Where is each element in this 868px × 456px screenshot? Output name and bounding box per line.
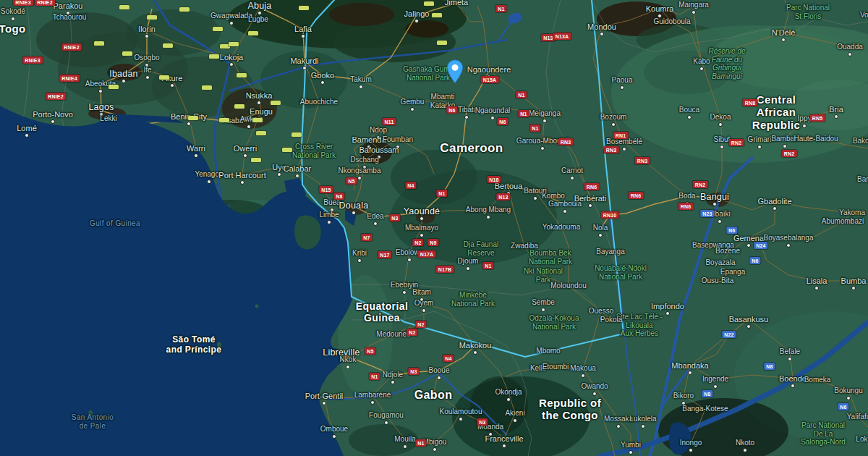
city-label[interactable]: Nola [593, 224, 608, 232]
city-label[interactable]: Osogbo [134, 54, 159, 62]
city-label[interactable]: Carnot [561, 166, 583, 175]
city-label[interactable]: Boda [678, 192, 695, 200]
city-label[interactable]: Edea [367, 212, 383, 221]
city-label[interactable]: Ngaoundere [467, 65, 511, 75]
city-label[interactable]: Gembu [401, 98, 425, 106]
city-label[interactable]: Abuja [248, 1, 272, 11]
park-label[interactable]: Parc NationalDe LaSalonga-Nord [801, 421, 846, 447]
city-label[interactable]: Etoumbi [542, 363, 569, 371]
park-label[interactable]: Dja FaunalReserve [464, 240, 498, 257]
city-label[interactable]: Okondja [495, 388, 522, 397]
city-label[interactable]: Bangui [700, 192, 729, 202]
city-label[interactable]: Yalifafu [847, 413, 868, 421]
city-label[interactable]: Bria [829, 105, 843, 114]
city-label[interactable]: Boyasebalanga [764, 234, 814, 242]
city-label[interactable]: Gwagwalada [210, 12, 252, 20]
city-label[interactable]: Ippy [798, 114, 812, 123]
city-label[interactable]: Berbérati [574, 194, 607, 203]
city-label[interactable]: Dschang [350, 156, 378, 164]
map-canvas[interactable]: TogoCameroonCentralAfricanRepublicEquato… [0, 0, 868, 456]
city-label[interactable]: Warri [187, 144, 205, 153]
city-label[interactable]: Koulamoutou [440, 408, 482, 416]
city-label[interactable]: Lekki [100, 114, 116, 123]
city-label[interactable]: Ibadan [109, 69, 137, 79]
city-label[interactable]: Limbe [319, 211, 339, 219]
city-label[interactable]: Mossaka [604, 415, 633, 423]
city-label[interactable]: Ouesso [589, 307, 613, 316]
city-label[interactable]: Bomeka [804, 376, 831, 384]
city-label[interactable]: Grimari [748, 135, 772, 144]
city-label[interactable]: Meiganga [529, 109, 561, 118]
city-label[interactable]: Porto-Novo [33, 110, 73, 119]
park-label[interactable]: Parc NationalSt Floris [786, 4, 830, 20]
city-label[interactable]: Djoum [458, 257, 479, 266]
city-label[interactable]: Nkoto [736, 439, 754, 447]
city-label[interactable]: Haute-Baidou [793, 135, 838, 143]
city-label[interactable]: Guidoboula [653, 17, 690, 26]
city-label[interactable]: Nkok [340, 355, 357, 364]
city-label[interactable]: Banga-Kotese [682, 405, 728, 413]
city-label[interactable]: Lokolama [856, 435, 868, 444]
city-label[interactable]: Mbandaka [671, 361, 708, 371]
city-label[interactable]: Parakou [54, 1, 83, 11]
city-label[interactable]: Bitam [412, 288, 431, 297]
city-label[interactable]: Lafia [294, 25, 312, 34]
city-label[interactable]: Fougamou [369, 411, 404, 420]
city-label[interactable]: Jimeta [445, 0, 468, 7]
city-label[interactable]: Lagos [88, 102, 114, 112]
park-label[interactable]: Réserve deFaune duGribinguiBamingui [708, 47, 745, 80]
city-label[interactable]: Calabar [284, 164, 312, 174]
city-label[interactable]: Nsukka [246, 91, 273, 101]
city-label[interactable]: Port Harcourt [218, 171, 265, 180]
city-label[interactable]: Yakoma [839, 208, 865, 217]
city-label[interactable]: Bikoro [673, 392, 694, 400]
city-label[interactable]: Ilorin [138, 25, 156, 34]
city-label[interactable]: Yokadouma [542, 223, 580, 232]
city-label[interactable]: Abumombazi [822, 217, 864, 226]
map-pin[interactable] [446, 59, 464, 84]
city-label[interactable]: Bafoussam [359, 145, 399, 155]
city-label[interactable]: Dekoa [710, 113, 731, 122]
city-label[interactable]: Jalingo [404, 9, 430, 19]
city-label[interactable]: Lugbe [248, 15, 268, 24]
city-label[interactable]: Inongo [680, 439, 702, 447]
city-label[interactable]: Ouadda [837, 43, 863, 51]
city-label[interactable]: Bozene [715, 247, 740, 256]
city-label[interactable]: Franceville [485, 434, 523, 444]
city-label[interactable]: Gbadolite [757, 197, 791, 206]
city-label[interactable]: Foumban [383, 135, 413, 144]
city-label[interactable]: Yaoundé [404, 206, 441, 216]
city-label[interactable]: Nkongsamba [339, 166, 381, 175]
city-label[interactable]: Abuochiche [300, 98, 338, 106]
city-label[interactable]: Bayanga [596, 248, 624, 256]
city-label[interactable]: Befale [780, 347, 800, 356]
city-label[interactable]: Koumra [646, 4, 674, 14]
city-label[interactable]: Omboue [320, 425, 348, 434]
city-label[interactable]: Lokoja [220, 53, 243, 62]
city-label[interactable]: Sibut [714, 135, 731, 144]
city-label[interactable]: Kabo [693, 57, 710, 66]
city-label[interactable]: N'Délé [772, 28, 796, 38]
city-label[interactable]: Makoua [570, 364, 596, 373]
city-label[interactable]: Impfondo [651, 302, 684, 311]
city-label[interactable]: Moloundou [550, 282, 586, 290]
city-label[interactable]: Ife [143, 66, 151, 75]
city-label[interactable]: Basankusu [729, 315, 768, 324]
city-label[interactable]: Pokola [600, 316, 623, 324]
city-label[interactable]: Boyazala [705, 258, 735, 267]
city-label[interactable]: Bakouma [853, 137, 868, 145]
city-label[interactable]: Lukolela [629, 415, 656, 423]
city-label[interactable]: Kombo [542, 192, 565, 200]
city-label[interactable]: Yumbi [621, 441, 641, 449]
park-label[interactable]: Nki NationalPark [524, 267, 563, 284]
city-label[interactable]: Zwadiba [511, 242, 538, 250]
city-label[interactable]: Tibati [458, 106, 475, 114]
city-label[interactable]: Makokou [459, 341, 492, 350]
park-label[interactable]: Site Lac Télé -LikoualaAux Herbes [616, 313, 663, 338]
city-label[interactable]: Ndjole [383, 371, 403, 379]
city-label[interactable]: Oyem [414, 299, 434, 308]
city-label[interactable]: Owando [581, 382, 608, 391]
city-label[interactable]: Booue [429, 366, 450, 375]
city-label[interactable]: Voko [860, 11, 868, 20]
city-label[interactable]: Akieni [505, 409, 524, 418]
